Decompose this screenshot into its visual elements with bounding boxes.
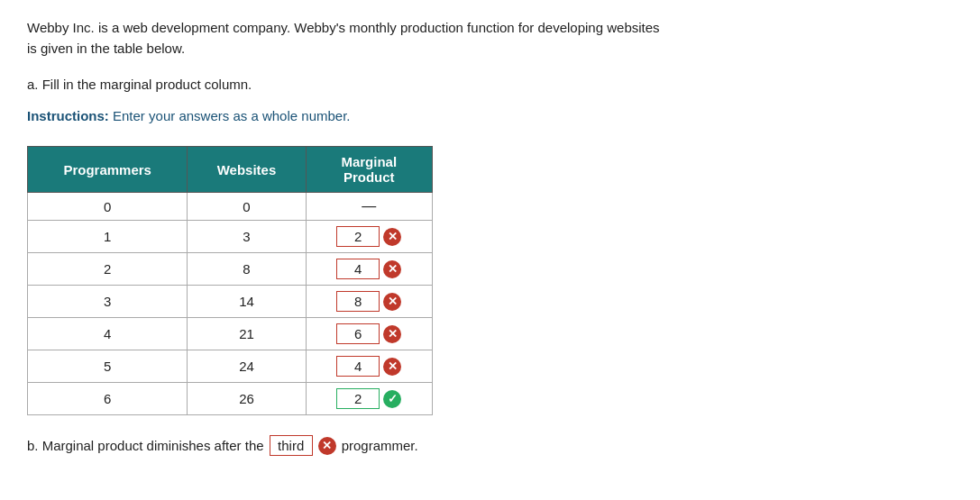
part-a-label: a. Fill in the marginal product column. bbox=[27, 75, 953, 95]
part-b-line: b. Marginal product diminishes after the… bbox=[27, 435, 953, 456]
cell-mp: ✕ bbox=[306, 221, 432, 253]
instructions-line: Instructions: Enter your answers as a wh… bbox=[27, 106, 953, 127]
mp-cell-container: ✓ bbox=[317, 388, 421, 409]
mp-cell-container: ✕ bbox=[317, 323, 421, 344]
col-header-mp: MarginalProduct bbox=[306, 147, 432, 193]
cell-websites: 14 bbox=[188, 286, 306, 318]
table-row: 13✕ bbox=[28, 221, 433, 253]
table-row: 421✕ bbox=[28, 318, 433, 350]
cell-programmers: 4 bbox=[28, 318, 188, 350]
cell-websites: 3 bbox=[188, 221, 306, 253]
cell-websites: 26 bbox=[188, 383, 306, 415]
intro-line2: is given in the table below. bbox=[27, 41, 185, 56]
intro-paragraph: Webby Inc. is a web development company.… bbox=[27, 18, 766, 59]
cell-websites: 8 bbox=[188, 253, 306, 286]
instructions-label: Instructions: bbox=[27, 108, 109, 123]
mp-input[interactable] bbox=[336, 226, 380, 247]
cell-programmers: 5 bbox=[28, 350, 188, 383]
cell-websites: 21 bbox=[188, 318, 306, 350]
cell-websites: 0 bbox=[188, 193, 306, 221]
table-body: 00—13✕28✕314✕421✕524✕626✓ bbox=[28, 193, 433, 415]
cell-mp: ✕ bbox=[306, 318, 432, 350]
mp-cell-container: ✕ bbox=[317, 356, 421, 377]
table-header-row: Programmers Websites MarginalProduct bbox=[28, 147, 433, 193]
mp-cell-container: ✕ bbox=[317, 259, 421, 279]
table-row: 00— bbox=[28, 193, 433, 221]
table-row: 314✕ bbox=[28, 286, 433, 318]
wrong-icon: ✕ bbox=[383, 325, 401, 343]
mp-input[interactable] bbox=[336, 323, 380, 344]
table-row: 626✓ bbox=[28, 383, 433, 415]
wrong-icon: ✕ bbox=[383, 293, 401, 311]
mp-cell-container: ✕ bbox=[317, 226, 421, 247]
correct-icon: ✓ bbox=[383, 390, 401, 408]
wrong-icon: ✕ bbox=[383, 358, 401, 376]
mp-input[interactable] bbox=[336, 259, 380, 279]
cell-mp: — bbox=[306, 193, 432, 221]
part-b-after: programmer. bbox=[342, 438, 418, 453]
instructions-text: Enter your answers as a whole number. bbox=[113, 108, 350, 123]
part-b-answer[interactable]: third bbox=[270, 435, 313, 456]
cell-programmers: 3 bbox=[28, 286, 188, 318]
col-header-programmers: Programmers bbox=[28, 147, 188, 193]
cell-websites: 24 bbox=[188, 350, 306, 383]
cell-programmers: 6 bbox=[28, 383, 188, 415]
wrong-icon: ✕ bbox=[383, 228, 401, 246]
cell-mp: ✓ bbox=[306, 383, 432, 415]
part-b-before: b. Marginal product diminishes after the bbox=[27, 438, 264, 453]
intro-line1: Webby Inc. is a web development company.… bbox=[27, 20, 660, 35]
wrong-icon: ✕ bbox=[383, 260, 401, 278]
cell-mp: ✕ bbox=[306, 286, 432, 318]
part-b-wrong-icon: ✕ bbox=[318, 437, 336, 455]
table-row: 524✕ bbox=[28, 350, 433, 383]
mp-input[interactable] bbox=[336, 291, 380, 312]
table-row: 28✕ bbox=[28, 253, 433, 286]
cell-mp: ✕ bbox=[306, 350, 432, 383]
production-table: Programmers Websites MarginalProduct 00—… bbox=[27, 146, 433, 415]
cell-mp: ✕ bbox=[306, 253, 432, 286]
mp-input[interactable] bbox=[336, 388, 380, 409]
cell-programmers: 2 bbox=[28, 253, 188, 286]
mp-input[interactable] bbox=[336, 356, 380, 377]
cell-programmers: 0 bbox=[28, 193, 188, 221]
mp-cell-container: ✕ bbox=[317, 291, 421, 312]
col-header-websites: Websites bbox=[188, 147, 306, 193]
cell-programmers: 1 bbox=[28, 221, 188, 253]
